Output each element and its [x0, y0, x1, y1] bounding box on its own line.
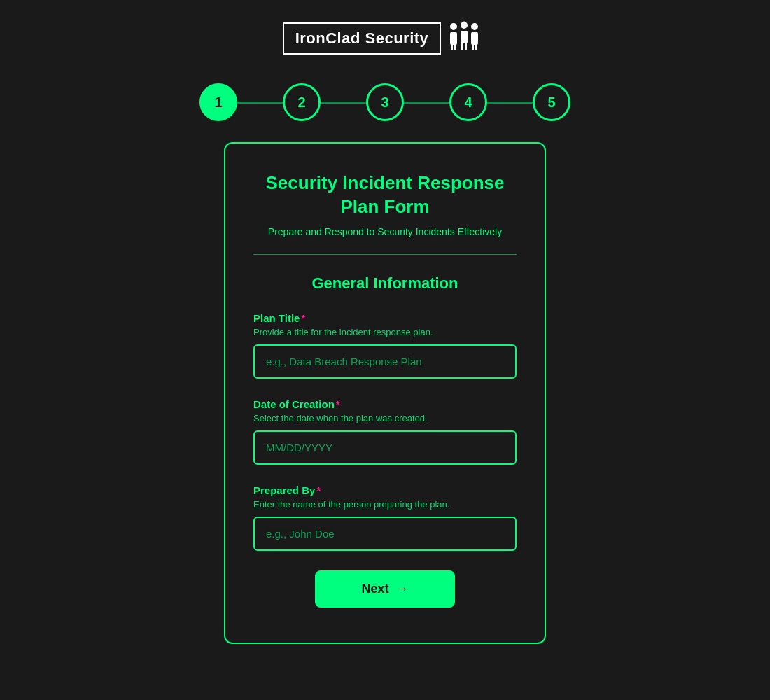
svg-point-8 [471, 23, 478, 30]
form-container: Security Incident Response Plan Form Pre… [224, 142, 546, 644]
form-divider [253, 254, 517, 255]
svg-rect-9 [471, 32, 478, 45]
svg-rect-11 [475, 43, 477, 50]
people-icon [447, 21, 482, 52]
connector-3-4 [404, 102, 449, 104]
plan-title-description: Provide a title for the incident respons… [253, 327, 517, 337]
form-title: Security Incident Response Plan Form [253, 172, 517, 219]
header: IronClad Security [0, 0, 770, 69]
date-creation-label: Date of Creation* [253, 398, 517, 410]
svg-rect-10 [472, 43, 474, 50]
svg-rect-3 [454, 43, 456, 50]
svg-rect-6 [461, 42, 463, 50]
logo-text: IronClad Security [295, 29, 429, 47]
step-2[interactable]: 2 [283, 83, 321, 121]
step-5[interactable]: 5 [533, 83, 570, 121]
plan-title-label: Plan Title* [253, 312, 517, 324]
step-4[interactable]: 4 [449, 83, 487, 121]
connector-2-3 [321, 102, 366, 104]
step-1[interactable]: 1 [200, 83, 237, 121]
step-indicator: 1 2 3 4 5 [200, 83, 570, 121]
next-button-label: Next [361, 582, 388, 596]
svg-rect-2 [451, 43, 453, 50]
arrow-right-icon: → [396, 582, 409, 596]
field-group-plan-title: Plan Title* Provide a title for the inci… [253, 312, 517, 379]
required-asterisk-3: * [316, 484, 321, 496]
required-asterisk: * [301, 312, 305, 324]
logo-text-box: IronClad Security [283, 22, 442, 55]
field-group-prepared-by: Prepared By* Enter the name of the perso… [253, 484, 517, 551]
date-creation-input[interactable] [253, 430, 517, 465]
prepared-by-input[interactable] [253, 517, 517, 551]
connector-4-5 [487, 102, 533, 104]
svg-rect-5 [461, 31, 468, 43]
date-creation-description: Select the date when the plan was create… [253, 413, 517, 424]
form-subtitle: Prepare and Respond to Security Incident… [253, 226, 517, 237]
svg-rect-7 [465, 42, 467, 50]
section-title: General Information [253, 274, 517, 293]
next-button[interactable]: Next → [315, 570, 455, 608]
connector-1-2 [237, 102, 283, 104]
svg-rect-1 [450, 32, 457, 45]
step-3[interactable]: 3 [366, 83, 404, 121]
field-group-date-creation: Date of Creation* Select the date when t… [253, 398, 517, 465]
prepared-by-description: Enter the name of the person preparing t… [253, 499, 517, 510]
logo-icon [441, 21, 487, 55]
prepared-by-label: Prepared By* [253, 484, 517, 496]
plan-title-input[interactable] [253, 344, 517, 379]
svg-point-0 [450, 23, 457, 30]
required-asterisk-2: * [336, 398, 340, 410]
logo-container: IronClad Security [283, 21, 488, 55]
